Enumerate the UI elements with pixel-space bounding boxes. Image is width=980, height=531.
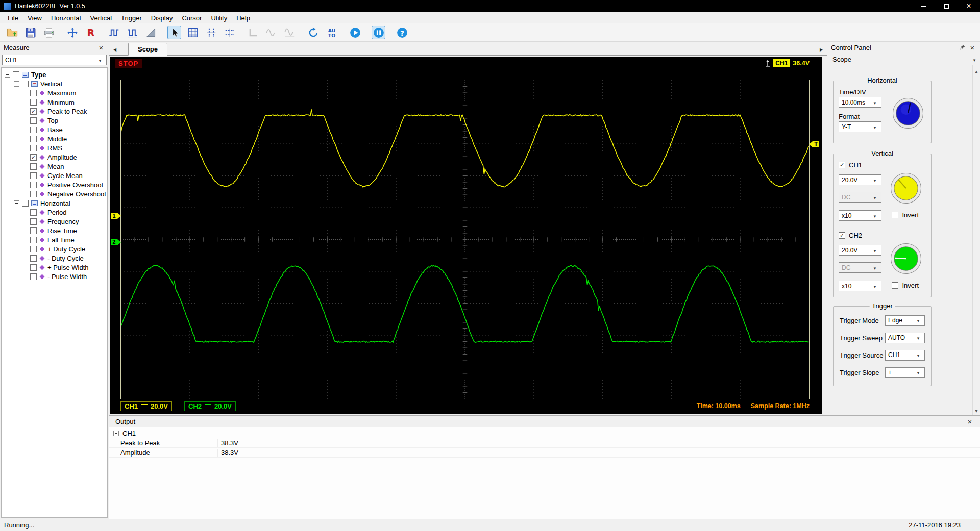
ch2-invert-checkbox[interactable]	[892, 282, 898, 289]
checkbox[interactable]	[30, 191, 37, 197]
checkbox[interactable]	[30, 227, 37, 234]
control-panel-close-icon[interactable]	[968, 43, 976, 52]
control-panel-section[interactable]: Scope	[827, 53, 980, 65]
time-div-select[interactable]: 10.00ms	[839, 97, 881, 108]
tree-group-horizontal[interactable]: Horizontal	[2, 198, 107, 208]
grid-display-icon[interactable]	[186, 26, 200, 39]
ch2-zero-marker[interactable]: 2	[111, 239, 121, 245]
tree-item[interactable]: RMS	[2, 143, 107, 153]
tree-item[interactable]: Fall Time	[2, 235, 107, 244]
menu-cursor[interactable]: Cursor	[177, 13, 206, 23]
sine-measure-icon[interactable]	[264, 26, 278, 39]
control-panel-scrollbar[interactable]	[972, 65, 980, 415]
ch1-zero-marker[interactable]: 1	[111, 213, 121, 219]
tab-scope[interactable]: Scope	[128, 43, 167, 56]
collapse-icon[interactable]	[113, 431, 119, 436]
ch1-invert-checkbox[interactable]	[892, 212, 898, 218]
start-icon[interactable]	[348, 26, 362, 39]
cursor-select-icon[interactable]	[167, 26, 181, 39]
checkbox[interactable]	[30, 90, 37, 96]
waveform-mode-1-icon[interactable]	[107, 26, 121, 39]
minimize-button[interactable]	[913, 0, 935, 12]
ch2-probe-select[interactable]: x10	[839, 281, 881, 291]
trigger-slope-select[interactable]: +	[885, 367, 925, 378]
menu-view[interactable]: View	[23, 13, 46, 23]
ch1-volts-select[interactable]: 20.0V	[839, 174, 881, 185]
tab-scroll-right-icon[interactable]	[818, 44, 825, 55]
time-div-knob[interactable]	[892, 97, 924, 129]
ch1-probe-select[interactable]: x10	[839, 210, 881, 221]
sine-baseline-icon[interactable]	[283, 26, 297, 39]
checkbox[interactable]	[30, 255, 37, 262]
checkbox[interactable]	[30, 218, 37, 225]
trigger-level-marker[interactable]: T	[809, 141, 819, 147]
pan-move-icon[interactable]	[65, 26, 79, 39]
pin-icon[interactable]	[959, 44, 965, 50]
menu-help[interactable]: Help	[232, 13, 255, 23]
menu-trigger[interactable]: Trigger	[116, 13, 146, 23]
ch2-volts-select[interactable]: 20.0V	[839, 245, 881, 256]
ch2-volts-knob[interactable]	[890, 243, 922, 274]
collapse-icon[interactable]	[5, 72, 10, 78]
tree-item[interactable]: - Duty Cycle	[2, 254, 107, 263]
tree-item[interactable]: Maximum	[2, 88, 107, 97]
checkbox[interactable]	[30, 209, 37, 216]
format-select[interactable]: Y-T	[839, 121, 881, 132]
ch2-invert[interactable]: Invert	[892, 282, 919, 289]
pause-icon[interactable]	[372, 26, 385, 39]
checkbox[interactable]	[22, 81, 29, 87]
tree-item[interactable]: Mean	[2, 162, 107, 171]
tree-item[interactable]: Base	[2, 125, 107, 134]
checkbox[interactable]	[30, 136, 37, 142]
checkbox[interactable]	[30, 117, 37, 124]
autoset-icon[interactable]: AUTO	[325, 26, 338, 39]
ch1-checkbox[interactable]	[839, 162, 845, 168]
horizontal-cursors-icon[interactable]	[223, 26, 236, 39]
tree-item[interactable]: Top	[2, 116, 107, 125]
corner-measure-icon[interactable]	[246, 26, 260, 39]
trigger-mode-select[interactable]: Edge	[885, 315, 925, 326]
ch1-coupling-select[interactable]: DC	[839, 192, 881, 203]
vertical-cursors-icon[interactable]	[204, 26, 218, 39]
scroll-down-icon[interactable]	[975, 406, 977, 414]
tree-group-vertical[interactable]: Vertical	[2, 79, 107, 88]
restore-button[interactable]	[935, 0, 958, 12]
tree-item[interactable]: Frequency	[2, 217, 107, 226]
tree-root[interactable]: Type	[2, 70, 107, 79]
tree-item[interactable]: Peak to Peak	[2, 107, 107, 116]
tree-item[interactable]: Period	[2, 208, 107, 217]
checkbox[interactable]	[13, 71, 19, 78]
checkbox[interactable]	[30, 237, 37, 243]
checkbox[interactable]	[30, 172, 37, 179]
menu-horizontal[interactable]: Horizontal	[46, 13, 86, 23]
help-icon[interactable]: ?	[395, 26, 409, 39]
ch1-volts-knob[interactable]	[890, 172, 922, 204]
waveform-mode-2-icon[interactable]	[126, 26, 139, 39]
checkbox[interactable]	[30, 163, 37, 170]
checkbox[interactable]	[30, 182, 37, 188]
checkbox[interactable]	[30, 246, 37, 252]
menu-utility[interactable]: Utility	[206, 13, 232, 23]
menu-display[interactable]: Display	[146, 13, 178, 23]
checkbox[interactable]	[30, 99, 37, 106]
save-icon[interactable]	[23, 26, 37, 39]
ch1-enable[interactable]: CH1	[839, 161, 926, 169]
ch2-checkbox[interactable]	[839, 232, 845, 239]
refresh-icon[interactable]	[306, 26, 320, 39]
measure-channel-select[interactable]: CH1	[2, 55, 107, 65]
ch2-enable[interactable]: CH2	[839, 232, 926, 239]
collapse-icon[interactable]	[14, 200, 19, 206]
autoscale-r-icon[interactable]: R	[84, 26, 97, 39]
collapse-icon[interactable]	[14, 81, 19, 87]
print-icon[interactable]	[42, 26, 56, 39]
checkbox[interactable]	[30, 154, 37, 161]
tree-item[interactable]: Negative Overshoot	[2, 189, 107, 198]
checkbox[interactable]	[22, 200, 29, 207]
checkbox[interactable]	[30, 145, 37, 151]
checkbox[interactable]	[30, 264, 37, 271]
open-icon[interactable]	[5, 26, 19, 39]
tree-item[interactable]: Minimum	[2, 97, 107, 107]
tree-item[interactable]: + Duty Cycle	[2, 244, 107, 254]
tree-item[interactable]: Rise Time	[2, 226, 107, 235]
trigger-sweep-select[interactable]: AUTO	[885, 333, 925, 343]
